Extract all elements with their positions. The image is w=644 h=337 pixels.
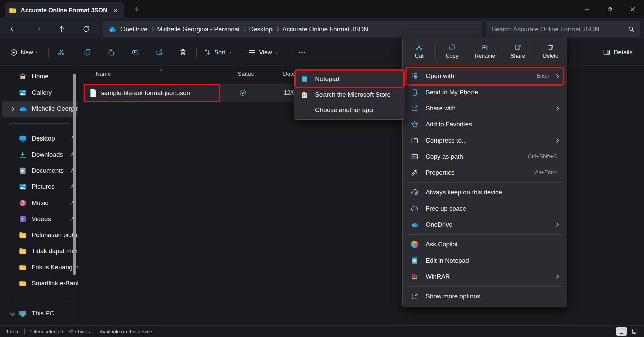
sidebar-item-pictures[interactable]: Pictures <box>2 179 78 195</box>
sidebar-item-folder-fokus[interactable]: Fokus Keuangan <box>2 259 78 275</box>
cut-button[interactable] <box>55 46 68 59</box>
titlebar: Accurate Online Format JSON <box>0 0 644 18</box>
chevron-right-icon <box>555 275 559 279</box>
rename-menu-button[interactable]: Rename <box>468 37 501 65</box>
rename-button[interactable] <box>129 46 142 59</box>
chevron-right-icon[interactable] <box>10 107 15 111</box>
sidebar-item-folder-smartlink[interactable]: Smartlink e-Bank <box>2 275 78 291</box>
view-icon <box>248 48 256 56</box>
sidebar-item-home[interactable]: Home <box>2 68 78 85</box>
share-menu-button[interactable]: Share <box>501 37 534 65</box>
sync-status-icon <box>239 89 247 97</box>
sidebar-item-videos[interactable]: Videos <box>2 211 78 227</box>
column-header-status[interactable]: Status <box>238 71 254 77</box>
quick-actions-row: Cut Copy Rename Share Delete <box>403 37 567 65</box>
breadcrumb-item-current-folder[interactable]: Accurate Online Format JSON <box>282 25 368 33</box>
sidebar-item-music[interactable]: Music <box>2 195 78 211</box>
delete-menu-button[interactable]: Delete <box>534 37 567 65</box>
chevron-right-icon[interactable] <box>243 27 246 31</box>
menu-item-add-to-favorites[interactable]: Add to Favorites <box>407 116 563 132</box>
file-row[interactable]: sample-file-aol-format-json.json 12/0 <box>83 84 314 102</box>
refresh-button[interactable] <box>80 23 92 35</box>
copy-button[interactable] <box>81 46 94 59</box>
minimize-button[interactable] <box>576 0 598 18</box>
menu-item-compress-to[interactable]: Compress to... <box>407 132 563 149</box>
new-button[interactable]: New <box>7 39 41 65</box>
view-button[interactable]: View <box>245 39 280 65</box>
breadcrumb-item-desktop[interactable]: Desktop <box>249 25 273 33</box>
menu-item-share-with[interactable]: Share with <box>407 100 563 116</box>
menu-item-properties[interactable]: Properties Alt+Enter <box>407 165 563 181</box>
explorer-tab[interactable]: Accurate Online Format JSON <box>5 2 124 18</box>
search-input[interactable] <box>492 25 628 33</box>
sort-button-label: Sort <box>214 49 226 56</box>
documents-icon <box>19 167 27 175</box>
restore-button[interactable] <box>598 0 621 18</box>
menu-item-open-with[interactable]: Open with Enter <box>407 68 563 84</box>
search-box[interactable] <box>486 21 640 37</box>
menu-item-copy-as-path[interactable]: Copy as path Ctrl+Shift+C <box>407 149 563 165</box>
chevron-right-icon <box>555 74 559 78</box>
submenu-item-notepad[interactable]: Notepad <box>296 71 403 87</box>
back-button[interactable] <box>7 23 19 35</box>
chevron-right-icon[interactable] <box>151 27 154 31</box>
more-options-button[interactable] <box>295 46 309 59</box>
menu-item-show-more-options[interactable]: Show more options <box>407 288 563 304</box>
menu-item-always-keep-on-device[interactable]: Always keep on this device <box>407 184 563 201</box>
large-thumbnails-view-button[interactable] <box>629 327 639 336</box>
breadcrumb-item-account[interactable]: Michelle Georgina - Personal <box>157 25 239 33</box>
close-window-button[interactable] <box>621 0 644 18</box>
sidebar-item-gallery[interactable]: Gallery <box>2 85 78 101</box>
submenu-item-search-microsoft-store[interactable]: Search the Microsoft Store <box>296 87 403 102</box>
column-header-name[interactable]: Name <box>96 71 111 77</box>
menu-item-ask-copilot[interactable]: Ask Copilot <box>407 236 563 252</box>
close-tab-icon[interactable] <box>111 6 120 15</box>
tab-title: Accurate Online Format JSON <box>21 7 111 14</box>
open-with-icon <box>411 72 419 80</box>
sidebar-item-downloads[interactable]: Downloads <box>2 147 78 163</box>
forward-button[interactable] <box>32 23 44 35</box>
menu-item-winrar[interactable]: WinRAR <box>407 269 563 285</box>
column-divider[interactable] <box>280 70 280 79</box>
search-icon[interactable] <box>628 26 635 33</box>
details-view-button[interactable] <box>616 327 627 336</box>
selection-count: 1 item selected <box>30 329 63 334</box>
menu-item-free-up-space[interactable]: Free up space <box>407 201 563 217</box>
open-with-submenu: Notepad Search the Microsoft Store Choos… <box>294 69 405 120</box>
sidebar-item-folder-pelunasan[interactable]: Pelunasan piutar <box>2 227 78 243</box>
gallery-icon <box>19 89 27 97</box>
submenu-item-choose-another-app[interactable]: Choose another app <box>296 102 403 118</box>
menu-item-onedrive[interactable]: OneDrive <box>407 217 563 233</box>
sidebar-item-documents[interactable]: Documents <box>2 163 78 179</box>
menu-separator <box>407 286 562 287</box>
paste-button[interactable] <box>105 46 118 59</box>
cloud-download-icon <box>411 188 419 196</box>
delete-button[interactable] <box>176 46 190 59</box>
up-button[interactable] <box>56 23 68 35</box>
sort-button[interactable]: Sort <box>201 39 234 65</box>
new-tab-button[interactable] <box>132 5 142 15</box>
copy-menu-button[interactable]: Copy <box>436 37 468 65</box>
sidebar-scrollbar[interactable] <box>73 74 76 275</box>
cut-menu-button[interactable]: Cut <box>403 37 436 65</box>
column-divider[interactable] <box>234 70 234 79</box>
menu-item-edit-in-notepad[interactable]: Edit in Notepad <box>407 252 563 269</box>
chevron-down-icon[interactable] <box>10 311 15 316</box>
chevron-right-icon <box>555 106 559 111</box>
context-menu: Cut Copy Rename Share Delete <box>402 37 567 307</box>
sidebar-item-folder-tidak[interactable]: Tidak dapat mer <box>2 243 78 259</box>
column-header-date[interactable]: Date <box>283 71 295 77</box>
sidebar-item-desktop[interactable]: Desktop <box>2 130 78 147</box>
sidebar-item-this-pc[interactable]: This PC <box>2 305 78 321</box>
onedrive-icon <box>19 105 27 113</box>
chevron-right-icon[interactable] <box>276 27 279 31</box>
breadcrumb-item-onedrive[interactable]: OneDrive <box>120 25 147 33</box>
selection-size: 707 bytes <box>68 329 90 334</box>
sidebar-item-onedrive-account[interactable]: Michelle Georgin <box>2 101 78 117</box>
file-icon <box>89 89 97 97</box>
share-button[interactable] <box>153 46 166 59</box>
menu-item-send-to-my-phone[interactable]: Send to My Phone <box>407 84 563 100</box>
details-pane-button[interactable]: Details <box>600 39 635 65</box>
chevron-down-icon <box>36 50 39 53</box>
chevron-down-icon <box>228 50 232 53</box>
